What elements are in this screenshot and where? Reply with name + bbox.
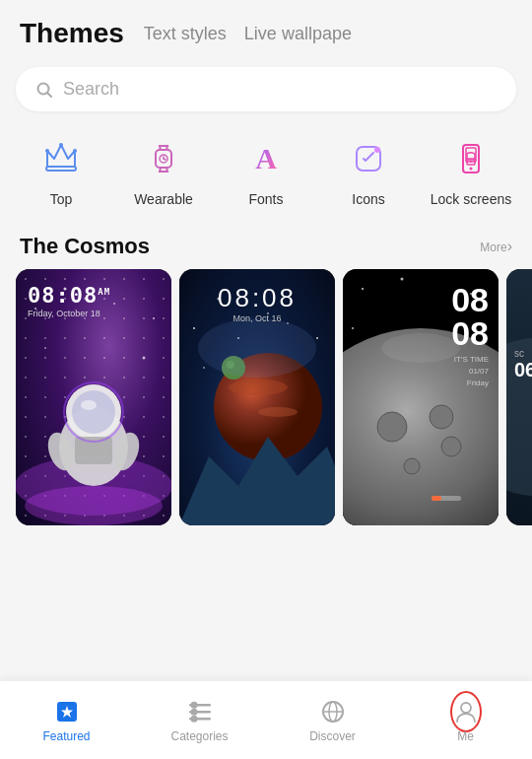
nav-featured-label: Featured [42, 729, 90, 743]
card1-time: 08:08AM [28, 283, 110, 308]
svg-point-15 [470, 168, 473, 171]
category-lock-screens-label: Lock screens [431, 190, 511, 208]
categories-row: Top Wearable A [0, 127, 532, 214]
svg-rect-60 [432, 496, 441, 501]
card3-sub: IT'S TIME01/07Friday [451, 354, 489, 389]
font-icon: A [240, 133, 292, 184]
svg-point-20 [113, 303, 115, 305]
cosmos-card-4[interactable]: sc 06 [506, 269, 532, 525]
card2-time: 08:08 [218, 283, 297, 313]
category-wearable-label: Wearable [134, 190, 193, 208]
svg-point-49 [362, 288, 364, 290]
category-icons-label: Icons [352, 190, 384, 208]
discover-icon [319, 698, 347, 725]
cosmos-cards-row: 08:08AM Friday, October 18 [0, 269, 532, 525]
svg-point-34 [193, 327, 195, 329]
svg-point-4 [59, 143, 63, 147]
nav-discover-label: Discover [309, 729, 356, 743]
categories-icon [186, 698, 214, 725]
cosmos-card-2[interactable]: 08:08 Mon, Oct 16 [179, 269, 335, 525]
category-lock-screens[interactable]: Lock screens [424, 127, 518, 214]
svg-point-58 [381, 333, 460, 363]
search-icon [35, 81, 53, 99]
svg-line-9 [164, 159, 166, 160]
card3-image: 08 08 IT'S TIME01/07Friday [343, 269, 499, 525]
category-wearable[interactable]: Wearable [116, 127, 211, 214]
cosmos-section-header: The Cosmos More› [0, 224, 532, 269]
search-bar[interactable]: Search [16, 67, 516, 111]
crown-icon [35, 133, 87, 184]
nav-categories-label: Categories [170, 729, 228, 743]
search-input[interactable]: Search [63, 79, 119, 100]
card4-sc: sc [514, 348, 532, 359]
bottom-nav: Featured Categories Discover [0, 680, 532, 759]
card2-date: Mon, Oct 16 [218, 313, 297, 323]
category-fonts-label: Fonts [248, 190, 283, 208]
tab-text-styles[interactable]: Text styles [144, 24, 227, 44]
svg-point-23 [143, 357, 146, 360]
svg-point-17 [470, 161, 472, 163]
card1-date: Friday, October 18 [28, 309, 110, 318]
svg-point-48 [198, 318, 316, 378]
category-fonts[interactable]: A Fonts [219, 127, 313, 214]
me-icon [452, 698, 480, 725]
svg-point-67 [190, 708, 197, 715]
icons-category-icon [343, 133, 394, 184]
cosmos-title: The Cosmos [20, 234, 150, 259]
svg-point-57 [430, 405, 453, 429]
card4-image: sc 06 [506, 269, 532, 525]
svg-point-22 [44, 347, 46, 349]
svg-point-25 [25, 486, 163, 525]
svg-point-56 [404, 458, 420, 474]
card4-num: 06 [514, 359, 532, 381]
card1-image: 08:08AM Friday, October 18 [16, 269, 171, 525]
cosmos-more-button[interactable]: More› [480, 238, 512, 255]
svg-point-28 [72, 390, 115, 434]
watch-icon [138, 133, 189, 184]
nav-me-label: Me [457, 729, 474, 743]
svg-point-54 [377, 412, 407, 442]
cosmos-card-3[interactable]: 08 08 IT'S TIME01/07Friday [343, 269, 499, 525]
svg-point-21 [153, 317, 155, 319]
card3-time1: 08 [451, 283, 489, 316]
svg-point-55 [441, 437, 461, 456]
nav-me[interactable]: Me [399, 698, 532, 743]
nav-featured[interactable]: Featured [0, 698, 133, 743]
card3-time2: 08 [451, 316, 489, 350]
cosmos-card-1[interactable]: 08:08AM Friday, October 18 [16, 269, 171, 525]
svg-point-52 [352, 327, 354, 329]
nav-discover[interactable]: Discover [266, 698, 399, 743]
header: Themes Text styles Live wallpape [0, 0, 532, 59]
svg-text:A: A [255, 142, 277, 174]
svg-point-44 [258, 407, 298, 417]
tab-live-wallpaper[interactable]: Live wallpape [244, 24, 352, 44]
svg-point-50 [401, 278, 404, 281]
svg-rect-2 [46, 167, 76, 171]
svg-point-72 [461, 703, 471, 713]
nav-categories[interactable]: Categories [133, 698, 266, 743]
category-icons[interactable]: Icons [321, 127, 416, 214]
category-top[interactable]: Top [14, 127, 108, 214]
svg-point-3 [45, 149, 49, 153]
svg-point-5 [73, 149, 77, 153]
svg-point-68 [190, 715, 197, 722]
featured-icon [53, 698, 81, 725]
svg-point-66 [190, 701, 197, 708]
category-top-label: Top [50, 190, 73, 208]
svg-point-38 [203, 367, 205, 369]
svg-point-43 [229, 380, 288, 395]
svg-point-29 [81, 400, 97, 410]
page-title: Themes [20, 18, 124, 49]
svg-point-37 [316, 337, 318, 339]
svg-line-1 [48, 93, 52, 97]
card2-image: 08:08 Mon, Oct 16 [179, 269, 335, 525]
search-container: Search [16, 67, 516, 111]
lockscreen-icon [445, 133, 497, 184]
